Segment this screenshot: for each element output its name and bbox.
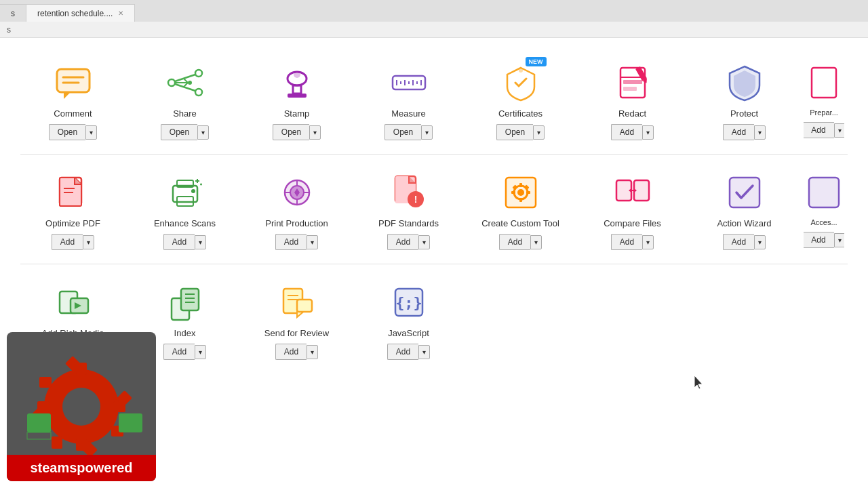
print-production-icon	[277, 172, 317, 213]
create-custom-tool-add-button[interactable]: Add	[499, 234, 530, 250]
measure-label: Measure	[391, 108, 426, 119]
tool-share: Share Open ▾	[132, 52, 237, 147]
enhance-scans-dropdown-button[interactable]: ▾	[195, 235, 206, 249]
tools-row-1: Comment Open ▾ Sh	[20, 52, 848, 147]
pdf-standards-add-button[interactable]: Add	[387, 234, 418, 250]
tool-print-production: Print Production Add ▾	[244, 161, 349, 257]
send-for-review-add-button[interactable]: Add	[275, 344, 307, 360]
tab-label-active: retention schedule....	[37, 9, 113, 18]
compare-files-dropdown-button[interactable]: ▾	[642, 235, 654, 249]
breadcrumb-text: s	[7, 25, 11, 35]
stamp-dropdown-button[interactable]: ▾	[309, 125, 321, 140]
svg-rect-95	[39, 377, 52, 388]
svg-point-6	[195, 70, 202, 77]
action-wizard-dropdown-button[interactable]: ▾	[754, 235, 766, 249]
enhance-scans-btn-group: Add ▾	[163, 234, 206, 250]
send-for-review-dropdown-button[interactable]: ▾	[307, 345, 318, 359]
enhance-scans-add-button[interactable]: Add	[163, 234, 195, 250]
redact-dropdown-button[interactable]: ▾	[642, 125, 654, 140]
comment-dropdown-button[interactable]: ▾	[85, 125, 97, 140]
action-wizard-label: Action Wizard	[717, 218, 771, 228]
svg-rect-33	[812, 68, 836, 98]
svg-rect-58	[519, 198, 522, 202]
pdf-standards-btn-group: Add ▾	[387, 234, 430, 250]
pdf-standards-dropdown-button[interactable]: ▾	[418, 235, 430, 249]
print-production-dropdown-button[interactable]: ▾	[307, 235, 318, 249]
optimize-pdf-add-button[interactable]: Add	[52, 234, 83, 250]
share-icon	[165, 62, 205, 103]
optimize-pdf-dropdown-button[interactable]: ▾	[83, 235, 94, 249]
steam-gear-graphic	[14, 346, 149, 468]
compare-files-btn-group: Add ▾	[611, 234, 654, 250]
tool-access: Acces... Add ▾	[804, 161, 844, 257]
measure-open-button[interactable]: Open	[384, 124, 421, 140]
main-gear	[31, 356, 132, 458]
index-label: Index	[174, 328, 196, 338]
steam-label: steamspowered	[7, 455, 156, 481]
svg-text:{;}: {;}	[395, 294, 422, 311]
tool-stamp: Stamp Open ▾	[244, 52, 349, 147]
compare-files-add-button[interactable]: Add	[611, 234, 642, 250]
create-custom-tool-dropdown-button[interactable]: ▾	[530, 235, 542, 249]
svg-rect-74	[181, 289, 199, 310]
protect-dropdown-button[interactable]: ▾	[754, 125, 766, 140]
print-production-btn-group: Add ▾	[275, 234, 318, 250]
share-open-button[interactable]: Open	[161, 124, 197, 140]
protect-btn-group: Add ▾	[723, 124, 766, 140]
comment-open-button[interactable]: Open	[49, 124, 85, 140]
svg-rect-57	[519, 183, 522, 187]
index-dropdown-button[interactable]: ▾	[195, 345, 206, 359]
row-divider-2	[20, 264, 848, 264]
tool-javascript: {;} JavaScript Add ▾	[356, 271, 461, 367]
tool-pdf-standards: ! PDF Standards Add ▾	[356, 161, 461, 257]
action-wizard-add-button[interactable]: Add	[723, 234, 754, 250]
svg-text:!: !	[414, 194, 417, 205]
svg-point-56	[517, 189, 524, 196]
access-btn-group: Add ▾	[804, 232, 844, 248]
optimize-pdf-label: Optimize PDF	[45, 218, 100, 228]
svg-rect-98	[27, 432, 51, 439]
compare-files-icon	[612, 172, 653, 213]
certificates-dropdown-button[interactable]: ▾	[533, 125, 545, 140]
redact-add-button[interactable]: Add	[611, 124, 642, 140]
javascript-add-button[interactable]: Add	[387, 344, 418, 360]
javascript-label: JavaScript	[388, 328, 429, 338]
tab-active[interactable]: retention schedule.... ✕	[26, 4, 135, 22]
tools-row-2: Optimize PDF Add ▾	[20, 161, 848, 257]
access-icon	[804, 172, 844, 213]
measure-dropdown-button[interactable]: ▾	[421, 125, 433, 140]
close-icon[interactable]: ✕	[118, 9, 123, 17]
send-for-review-btn-group: Add ▾	[275, 344, 318, 360]
stamp-open-button[interactable]: Open	[273, 124, 309, 140]
access-add-button[interactable]: Add	[804, 232, 834, 248]
share-dropdown-button[interactable]: ▾	[197, 125, 209, 140]
protect-add-button[interactable]: Add	[723, 124, 754, 140]
pdf-standards-icon: !	[389, 172, 429, 213]
svg-point-26	[519, 68, 523, 73]
send-for-review-label: Send for Review	[264, 328, 329, 338]
prepare-add-button[interactable]: Add	[804, 122, 834, 138]
certificates-open-button[interactable]: Open	[496, 124, 533, 140]
svg-rect-93	[52, 436, 62, 449]
javascript-dropdown-button[interactable]: ▾	[418, 345, 430, 359]
index-add-button[interactable]: Add	[163, 344, 195, 360]
svg-point-40	[191, 189, 195, 193]
svg-rect-0	[57, 69, 90, 92]
compare-files-label: Compare Files	[604, 218, 661, 228]
svg-rect-68	[730, 178, 760, 207]
access-dropdown-button[interactable]: ▾	[834, 233, 844, 247]
send-for-review-icon	[277, 282, 317, 323]
prepare-dropdown-button[interactable]: ▾	[834, 123, 844, 138]
steam-overlay: steamspowered	[7, 332, 156, 481]
comment-label: Comment	[54, 108, 92, 119]
svg-point-85	[62, 388, 100, 426]
optimize-pdf-btn-group: Add ▾	[52, 234, 94, 250]
print-production-add-button[interactable]: Add	[275, 234, 307, 250]
enhance-scans-label: Enhance Scans	[154, 218, 216, 228]
svg-marker-2	[64, 92, 71, 99]
add-rich-media-icon	[53, 282, 94, 323]
row-divider-1	[20, 154, 848, 155]
stamp-icon	[277, 62, 317, 103]
comment-icon	[53, 62, 94, 103]
tab-inactive[interactable]: s	[0, 4, 26, 22]
